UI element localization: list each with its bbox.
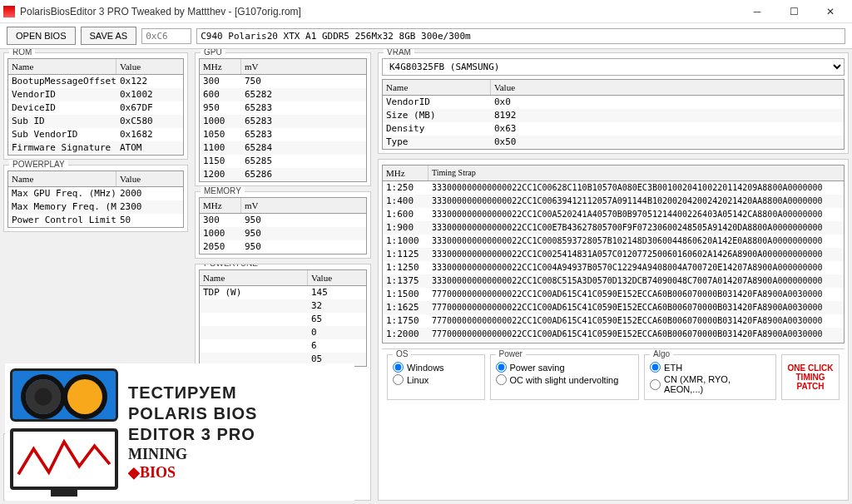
timing-table[interactable]: MHzTiming Strap1:250333000000000000022CC… (382, 165, 845, 343)
table-row[interactable]: Sub VendorID0x1682 (8, 128, 183, 141)
table-row[interactable]: 1:1000333000000000000022CC1C000859372805… (383, 235, 844, 248)
table-row[interactable]: VendorID0x0 (383, 96, 844, 109)
table-row[interactable]: Max GPU Freq. (MHz)2000 (8, 187, 183, 200)
overlay-line1: ТЕСТИРУЕМ (128, 383, 349, 403)
open-bios-button[interactable]: OPEN BIOS (7, 27, 76, 45)
one-click-patch-button[interactable]: ONE CLICK TIMING PATCH (781, 354, 840, 400)
table-row[interactable]: Power Control Limit (%)50 (8, 214, 183, 227)
column-header: Value (491, 80, 844, 95)
column-header: Timing Strap (428, 166, 844, 180)
table-row[interactable]: 0 (200, 326, 366, 339)
table-row[interactable]: Type0x50 (383, 136, 844, 149)
table-row[interactable]: DeviceID0x67DF (8, 101, 183, 115)
table-row[interactable]: Max Memory Freq. (MHz)2300 (8, 200, 183, 214)
table-row[interactable]: 1:250333000000000000022CC1C00628C110B105… (383, 181, 844, 195)
table-row[interactable]: 110065284 (200, 141, 366, 155)
powerplay-group: POWERPLAY NameValueMax GPU Freq. (MHz)20… (3, 165, 188, 232)
overlay-line2: POLARIS BIOS (128, 404, 349, 423)
table-row[interactable]: 6 (200, 339, 366, 353)
table-row[interactable]: 1:1375333000000000000022CC1C008C515A3D05… (383, 274, 844, 288)
maximize-button[interactable]: ☐ (775, 0, 812, 23)
table-row[interactable]: 100065283 (200, 115, 366, 128)
rom-group: ROM NameValueBootupMessageOffset0x122Ven… (3, 52, 188, 160)
table-row[interactable]: 120065286 (200, 168, 366, 181)
table-row[interactable]: TDP (W)145 (200, 286, 366, 299)
toolbar: OPEN BIOS SAVE AS 0xC6 C940 Polaris20 XT… (0, 23, 852, 49)
table-row[interactable]: Sub ID0xC580 (8, 115, 183, 128)
table-row[interactable]: 2050950 (200, 240, 366, 254)
table-row[interactable]: 1:600333000000000000022CC1C00A520241A405… (383, 208, 844, 221)
table-row[interactable]: 1:1250333000000000000022CC1C004A94937B05… (383, 261, 844, 274)
table-row[interactable]: 300750 (200, 75, 366, 88)
column-header: Name (8, 59, 116, 74)
table-row[interactable]: 1:1125333000000000000022CC1C0025414831A0… (383, 248, 844, 261)
powertune-legend: POWERTUNE (201, 264, 261, 268)
algo-cn-radio[interactable] (650, 379, 661, 390)
powerplay-legend: POWERPLAY (9, 160, 68, 169)
table-row[interactable]: 1:2000777000000000000022CC1C00AD615C41C0… (383, 328, 844, 341)
column-header: MHz (383, 166, 428, 180)
table-row[interactable]: 115065285 (200, 155, 366, 168)
vram-chip-select[interactable]: K4G80325FB (SAMSUNG) (382, 58, 845, 76)
column-header: Value (308, 270, 366, 285)
power-saving-radio[interactable] (496, 362, 507, 373)
titlebar: PolarisBiosEditor 3 PRO Tweaked by Mattt… (0, 0, 852, 23)
column-header: mV (241, 198, 366, 213)
table-row[interactable]: Size (MB)8192 (383, 109, 844, 122)
gpu-group: GPU MHzmV3007506006528295065283100065283… (195, 52, 371, 186)
memory-legend: MEMORY (201, 186, 245, 195)
power-oc-radio[interactable] (496, 374, 507, 385)
table-row[interactable]: VendorID0x1002 (8, 88, 183, 101)
column-header: mV (241, 59, 366, 74)
os-group: OS Windows Linux (387, 354, 485, 400)
table-row[interactable]: 65 (200, 313, 366, 326)
timing-group: MHzTiming Strap1:250333000000000000022CC… (378, 159, 849, 501)
column-header: Name (8, 171, 116, 186)
table-row[interactable]: Density0x63 (383, 122, 844, 136)
column-header: MHz (200, 198, 241, 213)
bottom-panel: OS Windows Linux Power Power saving OC w… (382, 348, 845, 405)
overlay-line3: EDITOR 3 PRO (128, 425, 349, 444)
table-row[interactable]: 2:400555000000000000022DD1C0084941211205… (383, 341, 844, 343)
table-row[interactable]: Firmware SignatureATOM (8, 141, 183, 155)
vram-group: VRAM K4G80325FB (SAMSUNG) NameValueVendo… (378, 52, 849, 154)
table-row[interactable]: BootupMessageOffset0x122 (8, 75, 183, 88)
table-row[interactable]: 1:1500777000000000000022CC1C00AD615C41C0… (383, 288, 844, 301)
table-row[interactable]: 1000950 (200, 227, 366, 240)
column-header: Value (116, 171, 183, 186)
column-header: Name (200, 270, 308, 285)
table-row[interactable]: 95065283 (200, 101, 366, 115)
table-row[interactable]: 1:900333000000000000022CC1C00E7B43627805… (383, 221, 844, 235)
monitor-icon (10, 428, 118, 490)
memory-group: MEMORY MHzmV30095010009502050950 (195, 191, 371, 259)
algo-group: Algo ETH CN (XMR, RYO, AEON,...) (644, 354, 776, 400)
vram-legend: VRAM (384, 49, 414, 57)
gpu-card-icon (10, 368, 118, 422)
window-title: PolarisBiosEditor 3 PRO Tweaked by Mattt… (20, 6, 739, 17)
power-group: Power Power saving OC with slight underv… (490, 354, 640, 400)
algo-eth-radio[interactable] (650, 362, 661, 373)
hex-field: 0xC6 (141, 28, 191, 44)
table-row[interactable]: 1:400333000000000000022CC1C0063941211205… (383, 195, 844, 208)
close-button[interactable]: ✕ (812, 0, 849, 23)
table-row[interactable]: 105065283 (200, 128, 366, 141)
app-icon (3, 6, 15, 17)
table-row[interactable]: 1:1625777000000000000022CC1C00AD615C41C0… (383, 301, 844, 314)
overlay-brand: MINING ◆BIOS (128, 446, 349, 482)
table-row[interactable]: 32 (200, 299, 366, 313)
minimize-button[interactable]: ─ (739, 0, 775, 23)
table-row[interactable]: 1:1750777000000000000022CC1C00AD615C41C0… (383, 314, 844, 328)
column-header: MHz (200, 59, 241, 74)
gpu-legend: GPU (201, 49, 225, 57)
promo-overlay: ТЕСТИРУЕМ POLARIS BIOS EDITOR 3 PRO MINI… (5, 363, 354, 501)
table-row[interactable]: 300950 (200, 214, 366, 227)
bios-description: C940 Polaris20 XTX A1 GDDR5 256Mx32 8GB … (196, 28, 845, 44)
table-row[interactable]: 60065282 (200, 88, 366, 101)
rom-legend: ROM (9, 49, 35, 57)
os-linux-radio[interactable] (393, 374, 404, 385)
os-windows-radio[interactable] (393, 362, 404, 373)
column-header: Value (116, 59, 183, 74)
column-header: Name (383, 80, 491, 95)
save-as-button[interactable]: SAVE AS (81, 27, 137, 45)
